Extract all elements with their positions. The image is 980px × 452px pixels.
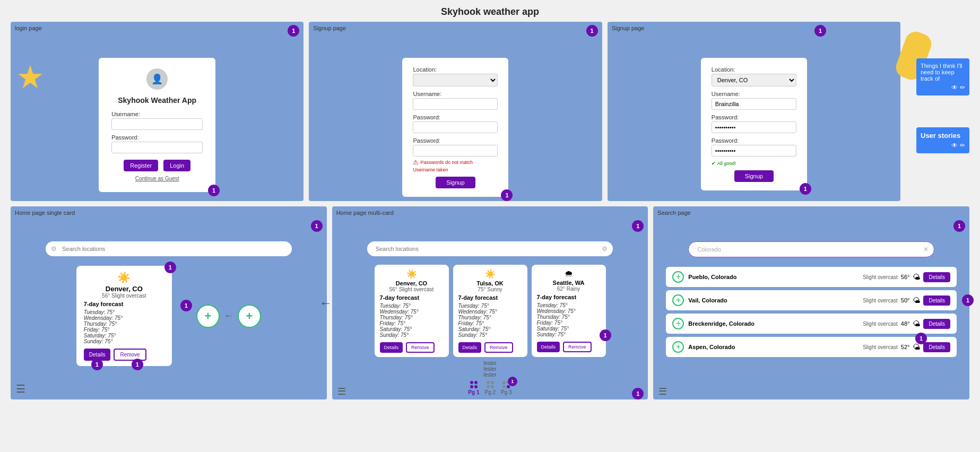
aspen-details-btn[interactable]: Details (923, 342, 950, 352)
edit-icon[interactable]: ✏ (960, 84, 965, 91)
continue-guest-link[interactable]: Continue as Guest (111, 176, 203, 181)
multi-search-icon: ⚙ (602, 245, 608, 253)
pueblo-details-btn[interactable]: Details (923, 272, 950, 282)
m2-f6: Sunday: 75° (458, 332, 522, 338)
pg3-badge: 1 (508, 377, 517, 386)
denver-temp: 56° Slight overcast (84, 293, 164, 299)
login-panel-label: login page (15, 25, 42, 31)
aspen-temp: 52° (901, 344, 910, 350)
aspen-condition: Slight overcast (863, 344, 898, 350)
search-page-input[interactable] (694, 244, 923, 255)
signup1-badge: 1 (586, 25, 598, 37)
s2-username-label: Username: (712, 91, 796, 97)
multi-search-bar[interactable]: ⚙ (367, 241, 613, 256)
denver-remove-btn[interactable]: Remove (114, 349, 146, 361)
m1-remove-btn[interactable]: Remove (406, 342, 435, 353)
s1-username-label: Username: (413, 91, 498, 97)
vail-details-btn[interactable]: Details (923, 295, 950, 306)
pg1-item[interactable]: Pg 1 (468, 381, 479, 395)
username-input[interactable] (111, 118, 203, 130)
s1-signup-button[interactable]: Signup (436, 177, 475, 188)
m3-f5: Saturday: 75° (537, 326, 601, 332)
s1-location-label: Location: (413, 66, 498, 73)
s1-password2-input[interactable] (413, 145, 498, 157)
m3-sub: 62° Rainy (537, 286, 601, 292)
pueblo-condition: Slight overcast (863, 274, 898, 280)
hamburger-icon[interactable]: ☰ (16, 383, 25, 395)
pueblo-name: Pueblo, Colorado (688, 274, 863, 280)
add-circle-2[interactable]: + (238, 305, 261, 328)
password-input[interactable] (111, 142, 203, 153)
home-search-input[interactable] (59, 244, 287, 254)
search-clear-icon[interactable]: ✕ (923, 246, 929, 253)
login-title: Skyhook Weather App (111, 96, 203, 105)
eye-icon2[interactable]: 👁 (951, 142, 958, 149)
denver-forecast-saturday: Saturday: 75° (84, 333, 164, 338)
home-multi-label: Home page multi-card (336, 210, 394, 216)
add-circle-1[interactable]: + (196, 305, 220, 328)
s2-password-label: Password: (712, 114, 796, 120)
s2-signup-button[interactable]: Signup (734, 170, 774, 182)
result-row-pueblo: + Pueblo, Colorado Slight overcast 56° 🌤… (666, 267, 957, 287)
register-button[interactable]: Register (124, 160, 158, 171)
edit-icon2[interactable]: ✏ (960, 142, 965, 149)
sticky-note-text: Things I think I'll need to keep track o… (921, 63, 962, 82)
pg3-item[interactable]: Pg 3 1 (501, 381, 512, 395)
signup2-badge: 1 (814, 25, 826, 37)
result-row-vail: + Vail, Colorado Slight overcast 50° 🌤 D… (666, 290, 957, 310)
multi-search-input[interactable] (372, 244, 602, 254)
weather-card-badge: 1 (164, 262, 176, 273)
search-panel-label: Search page (657, 210, 690, 216)
s1-password-input[interactable] (413, 121, 498, 133)
s2-password2-input[interactable] (712, 145, 796, 157)
eye-icon[interactable]: 👁 (951, 84, 958, 91)
s1-username-input[interactable] (413, 98, 498, 110)
search-page-bar[interactable]: ✕ (688, 241, 934, 257)
m3-badge: 1 (600, 329, 611, 341)
m1-f3: Thursday: 75° (380, 315, 444, 320)
hamburger-icon-search[interactable]: ☰ (658, 386, 667, 397)
m3-details-btn[interactable]: Details (537, 342, 560, 352)
m2-details-btn[interactable]: Details (458, 342, 482, 353)
pueblo-plus[interactable]: + (672, 271, 684, 283)
login-button[interactable]: Login (163, 160, 190, 171)
s1-location-select[interactable] (413, 74, 498, 86)
password-label: Password: (111, 134, 203, 141)
home-single-badge: 1 (311, 220, 323, 232)
denver-forecast-wednesday: Wedensday: 75° (84, 315, 164, 321)
s2-password-input[interactable] (712, 121, 796, 133)
m2-f3: Thursday: 75° (458, 315, 522, 320)
signup-card-1: Location: Username: Password: Password: … (402, 58, 508, 197)
page-title: Skyhook weather app (0, 0, 980, 22)
arrow-left: ← (224, 310, 233, 321)
s2-success: ✔ All good! (712, 161, 796, 166)
s1-error: ⚠ Passwords do not match (413, 159, 498, 166)
denver-forecast-tuesday: Tuesday: 75° (84, 309, 164, 315)
s2-location-select[interactable]: Denver, CO (712, 74, 796, 86)
m2-f2: Wedensday: 75° (458, 309, 522, 315)
error-icon: ⚠ (413, 159, 419, 166)
pueblo-sun-icon: 🌤 (913, 273, 920, 281)
m1-f6: Sunday: 75° (380, 332, 444, 338)
breckenridge-details-btn[interactable]: Details (923, 319, 950, 329)
vail-condition: Slight overcast (863, 298, 898, 303)
m3-city: Seattle, WA (537, 280, 601, 286)
s1-error2: Username taken (413, 167, 498, 172)
m3-remove-btn[interactable]: Remove (563, 342, 592, 352)
hamburger-icon-multi[interactable]: ☰ (337, 386, 346, 397)
card-inner-badge2: 1 (132, 359, 143, 370)
lester-labels: lester lester lester (483, 360, 496, 378)
m2-remove-btn[interactable]: Remove (484, 342, 513, 353)
denver-forecast-sunday: Sunday: 75° (84, 338, 164, 344)
pg2-item[interactable]: Pg 2 (484, 381, 496, 395)
home-search-bar[interactable]: ⚙ (46, 241, 292, 256)
aspen-plus[interactable]: + (672, 341, 684, 353)
m1-details-btn[interactable]: Details (380, 342, 403, 353)
vail-plus[interactable]: + (672, 294, 684, 306)
home-multi-nav: ☰ (337, 386, 346, 397)
breckenridge-plus[interactable]: + (672, 318, 684, 329)
m3-f4: Friday: 75° (537, 320, 601, 326)
m3-f1: Tuesday: 75° (537, 302, 601, 308)
home-multi-bottom-badge: 1 (632, 388, 644, 399)
s2-username-input[interactable] (712, 98, 796, 110)
